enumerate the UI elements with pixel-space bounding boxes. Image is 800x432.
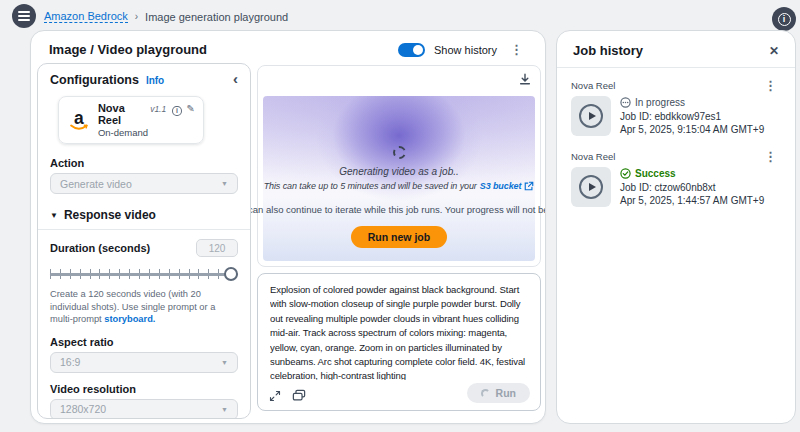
amazon-logo-icon: a (67, 108, 91, 133)
model-throughput: On-demand (98, 127, 195, 138)
play-icon (579, 175, 603, 199)
expand-icon (269, 390, 281, 402)
duration-value-field[interactable]: 120 (196, 239, 238, 257)
external-link-icon (524, 181, 534, 191)
action-select-value: Generate video (60, 178, 132, 190)
duration-label: Duration (seconds) (50, 242, 150, 254)
configurations-info-link[interactable]: Info (146, 75, 164, 86)
run-new-job-button[interactable]: Run new job (351, 226, 447, 248)
breadcrumb-current: Image generation playground (145, 11, 288, 23)
storyboard-link[interactable]: storyboard. (104, 314, 155, 324)
copy-button[interactable] (292, 389, 306, 402)
breadcrumb-link-bedrock[interactable]: Amazon Bedrock (44, 10, 128, 23)
video-resolution-value: 1280x720 (60, 403, 106, 415)
success-check-icon (620, 168, 631, 179)
prompt-box: Explosion of colored powder against blac… (257, 273, 541, 411)
run-button[interactable]: Run (467, 383, 530, 403)
chevron-down-icon: ▼ (221, 180, 228, 187)
prompt-input[interactable]: Explosion of colored powder against blac… (270, 283, 528, 380)
chevron-down-icon: ▼ (221, 406, 228, 413)
show-history-toggle[interactable] (398, 43, 425, 57)
job-menu-button[interactable]: ⋮ (760, 149, 781, 164)
page-title: Image / Video playground (49, 42, 207, 57)
video-resolution-select[interactable]: 1280x720 ▼ (50, 399, 238, 420)
job-timestamp: Apr 5, 2025, 1:44:57 AM GMT+9 (620, 195, 764, 206)
job-history-title: Job history (573, 43, 643, 58)
model-name: Nova Reel (98, 102, 147, 126)
status-badge: Success (620, 168, 764, 179)
in-progress-icon (620, 97, 631, 108)
loading-spinner-icon (393, 146, 406, 159)
duration-slider[interactable] (50, 267, 238, 281)
run-spinner-icon (481, 389, 490, 398)
show-history-label: Show history (434, 44, 497, 56)
slider-track (50, 273, 238, 276)
slider-handle[interactable] (224, 267, 238, 281)
expand-button[interactable] (269, 390, 281, 402)
info-icon: i (778, 13, 791, 26)
response-video-section-toggle[interactable]: ▼ Response video (50, 208, 238, 222)
job-id: Job ID: ebdkkow97es1 (620, 111, 764, 122)
action-label: Action (50, 157, 238, 169)
collapse-panel-icon[interactable]: ‹ (233, 74, 238, 84)
aspect-ratio-label: Aspect ratio (50, 336, 238, 348)
video-preview-card: Generating video as a job.. This can tak… (257, 65, 541, 267)
svg-text:a: a (74, 108, 84, 128)
section-caret-icon: ▼ (50, 211, 58, 220)
job-model-name: Nova Reel (571, 151, 615, 162)
toggle-knob (413, 45, 423, 55)
response-video-title: Response video (64, 208, 156, 222)
download-icon (518, 72, 532, 86)
chevron-down-icon: ▼ (221, 359, 228, 366)
iterate-note-text: You can also continue to iterate while t… (209, 203, 546, 216)
playground-panel: Image / Video playground Show history ⋮ … (30, 30, 546, 424)
copy-stack-icon (292, 389, 306, 402)
aspect-ratio-value: 16:9 (60, 356, 80, 368)
model-info-icon[interactable]: i (172, 106, 181, 116)
configurations-panel: Configurations Info ‹ a Nova Reel v1.1 i… (37, 63, 251, 419)
job-history-panel: Job history ✕ Nova Reel ⋮ In p (556, 30, 796, 424)
job-model-name: Nova Reel (571, 80, 615, 91)
playground-menu-button[interactable]: ⋮ (506, 42, 527, 57)
play-icon (579, 104, 603, 128)
status-badge: In progress (620, 97, 764, 108)
configurations-title: Configurations (50, 73, 139, 87)
job-menu-button[interactable]: ⋮ (760, 78, 781, 93)
job-video-thumbnail[interactable] (571, 96, 611, 136)
playground-header: Image / Video playground Show history ⋮ (31, 31, 545, 65)
download-button[interactable] (518, 72, 532, 86)
section-divider (38, 229, 250, 230)
action-select[interactable]: Generate video ▼ (50, 173, 238, 194)
edit-model-icon[interactable]: ✎ (187, 103, 195, 114)
hamburger-menu-button[interactable] (12, 4, 36, 28)
job-id: Job ID: ctzow60nb8xt (620, 182, 764, 193)
generation-preview-area: Generating video as a job.. This can tak… (263, 96, 535, 261)
s3-bucket-link[interactable]: S3 bucket (480, 181, 522, 191)
breadcrumb-separator-icon: › (135, 11, 138, 22)
breadcrumb: Amazon Bedrock › Image generation playgr… (44, 10, 288, 23)
model-version: v1.1 (150, 104, 166, 114)
job-timestamp: Apr 5, 2025, 9:15:04 AM GMT+9 (620, 124, 764, 135)
video-resolution-label: Video resolution (50, 383, 238, 395)
job-history-item: Nova Reel ⋮ In progress Job ID: ebdkkow9 (571, 78, 781, 136)
info-panel-button[interactable]: i (772, 7, 796, 31)
close-icon[interactable]: ✕ (769, 44, 779, 58)
generating-status-text: Generating video as a job.. (339, 166, 459, 177)
model-selector-card[interactable]: a Nova Reel v1.1 i ✎ On-demand (58, 96, 204, 144)
generation-detail-text: This can take up to 5 minutes and will b… (264, 181, 535, 191)
job-video-thumbnail[interactable] (571, 167, 611, 207)
job-history-item: Nova Reel ⋮ Success Job ID: ctzow60nb8xt (571, 149, 781, 207)
hamburger-icon (18, 15, 30, 17)
aspect-ratio-select[interactable]: 16:9 ▼ (50, 352, 238, 373)
duration-help-text: Create a 120 seconds video (with 20 indi… (50, 288, 238, 326)
